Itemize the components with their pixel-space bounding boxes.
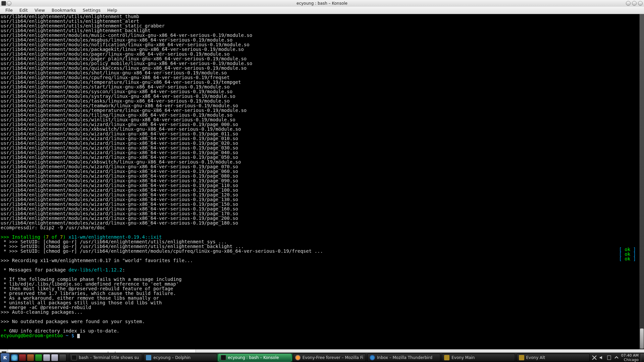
app-icon [370, 355, 375, 360]
chevron-up-icon[interactable] [614, 355, 619, 360]
menu-settings[interactable]: Settings [79, 8, 104, 13]
show-desktop-icon[interactable] [51, 354, 58, 361]
task-item[interactable]: Evony Main [442, 354, 515, 362]
clock[interactable]: 07:40 AM Chicago [621, 353, 639, 362]
scrollbar-thumb[interactable] [640, 328, 644, 349]
app-icon [146, 355, 151, 360]
app-icon [71, 355, 77, 360]
menu-view[interactable]: View [31, 8, 48, 13]
terminal-view[interactable]: usr/lib64/enlightenment/utils/enlightenm… [0, 14, 644, 349]
app-icon [295, 355, 301, 360]
clock-time: 07:40 AM [621, 353, 639, 358]
task-label: Inbox – Mozilla Thunderbird [377, 355, 432, 360]
show-desktop-edge[interactable] [641, 354, 644, 362]
menu-file[interactable]: File [2, 8, 16, 13]
window-nudge-icon[interactable] [7, 1, 11, 6]
svg-rect-0 [607, 356, 611, 360]
task-label: ecyoung : bash – Konsole [228, 355, 279, 360]
volume-icon[interactable] [599, 355, 604, 360]
task-item[interactable]: Evony Alt [517, 354, 590, 362]
title-bar: ecyoung : bash – Konsole [0, 0, 644, 7]
task-label: Evony-Free forever – Mozilla Fi [303, 355, 363, 360]
task-item[interactable]: Evony-Free forever – Mozilla Fi [293, 354, 366, 362]
window-title: ecyoung : bash – Konsole [297, 1, 347, 6]
task-item[interactable]: Inbox – Mozilla Thunderbird [367, 354, 440, 362]
menu-bookmarks[interactable]: Bookmarks [48, 8, 79, 13]
pager-desktop-3[interactable] [35, 354, 42, 361]
app-icon [221, 355, 226, 360]
clipboard-icon[interactable] [606, 355, 612, 360]
task-item[interactable]: ecyoung : bash – Konsole [218, 354, 291, 362]
globe-icon[interactable] [11, 354, 18, 361]
app-icon [519, 355, 524, 360]
start-button[interactable]: K [1, 353, 9, 362]
pager-desktop-1[interactable] [19, 354, 26, 361]
window-list-icon[interactable] [43, 354, 50, 361]
clock-timezone: Chicago [621, 358, 639, 362]
task-label: Evony Alt [526, 355, 545, 360]
task-item[interactable]: ecyoung – Dolphin [144, 354, 217, 362]
status-ok-column: [ ok ][ ok ][ ok ] [619, 247, 636, 261]
menu-bar: File Edit View Bookmarks Settings Help [0, 7, 644, 14]
menu-help[interactable]: Help [104, 8, 121, 13]
quick-launch [11, 354, 66, 361]
task-label: ecyoung – Dolphin [153, 355, 191, 360]
pager-desktop-2[interactable] [27, 354, 34, 361]
close-icon[interactable] [638, 1, 643, 6]
terminal-scrollbar[interactable] [639, 14, 644, 349]
app-menu-icon[interactable] [1, 1, 6, 6]
launcher-icon[interactable] [59, 354, 66, 361]
task-label: bash – Terminal title shows su [79, 355, 139, 360]
app-icon [444, 355, 449, 360]
menu-edit[interactable]: Edit [16, 8, 31, 13]
maximize-icon[interactable] [632, 1, 637, 6]
minimize-icon[interactable] [626, 1, 631, 6]
task-label: Evony Main [451, 355, 475, 360]
system-tray [592, 355, 619, 360]
scissors-icon[interactable] [592, 355, 597, 360]
task-item[interactable]: bash – Terminal title shows su [69, 354, 142, 362]
task-bar: K bash – Terminal title shows suecyoung … [0, 353, 644, 362]
